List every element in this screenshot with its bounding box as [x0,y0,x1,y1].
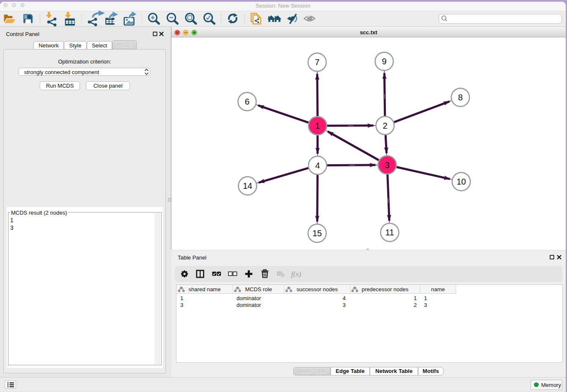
svg-text:10: 10 [457,177,466,186]
svg-text:8: 8 [458,93,462,102]
svg-text:f(x): f(x) [291,270,301,278]
svg-text:11: 11 [385,228,394,237]
svg-text:2: 2 [383,121,387,130]
svg-text:1: 1 [315,121,320,130]
svg-text:4: 4 [315,161,320,170]
svg-text:6: 6 [245,97,249,106]
svg-text:15: 15 [312,229,322,238]
svg-text:7: 7 [315,58,319,67]
svg-text:14: 14 [243,181,252,190]
svg-text:3: 3 [385,160,389,170]
svg-text:9: 9 [382,57,386,66]
